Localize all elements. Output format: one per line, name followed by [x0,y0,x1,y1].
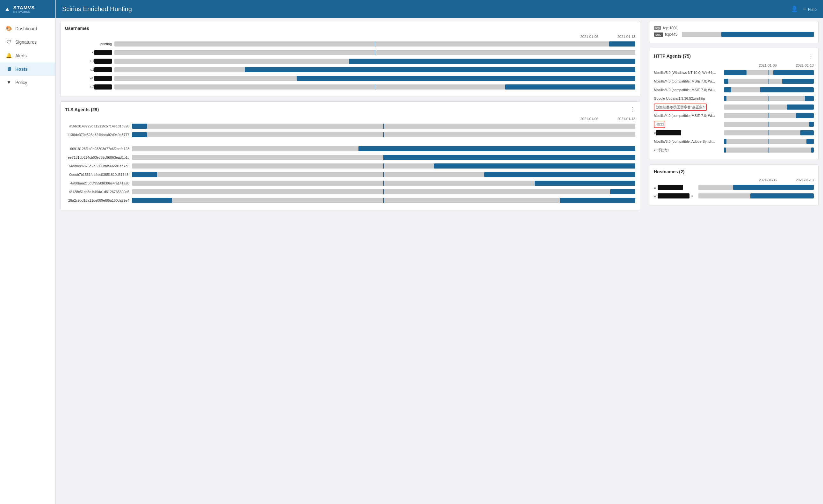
topbar: Scirius Enriched Hunting 👤 ≡ Histo [56,0,823,18]
table-row: Mozilla/3.0 (compatible; Adobe Synch... [654,138,814,145]
http-menu-icon[interactable]: ⋮ [808,52,814,59]
bar-label: w0 [65,76,114,81]
sidebar-item-signatures[interactable]: 🛡 Signatures [0,35,55,49]
main-wrapper: Scirius Enriched Hunting 👤 ≡ Histo Usern… [56,0,823,504]
table-row: ee7181db614cb63ec32c96863ead1b1c [65,154,635,161]
bar-container [132,181,635,186]
bar-label: Mozilla/4.0 (compatible; MSIE 7.0; Wi... [654,88,724,92]
bar-container [724,96,814,101]
table-row: 28a2c9bd18a11de089ef85a160da29e4 [65,197,635,204]
tcp-badge: tcp [654,26,661,30]
table-row: wu [654,192,814,199]
table-row: u1 [65,66,635,73]
sidebar-item-policy[interactable]: ▼ Policy [0,76,55,89]
sidebar-item-alerts[interactable]: 🔔 Alerts [0,49,55,62]
user-icon[interactable]: 👤 [791,5,798,12]
table-row: 4a80baa2c5c3f9550f839be4fa141aa8 [65,180,635,187]
bar-container [132,189,635,194]
usernames-card: Usernames 2021-01-06 2021-01-13 printing [60,21,640,97]
bar-container [132,198,635,203]
table-row: 敦澹硅整萃彷匡瓒辜誊°嘉正条e [654,104,814,111]
http-dates: 2021-01-06 2021-01-13 [654,63,814,67]
bar-label: 66918128f1b9b03303d77c6f2eefd128 [65,147,132,151]
http-card: HTTP Agents (75) ⋮ 2021-01-06 2021-01-13… [649,48,819,160]
table-row: 理□□ [654,121,814,128]
bar-container [698,193,814,198]
left-panel: Usernames 2021-01-06 2021-01-13 printing [56,18,645,504]
sidebar-nav: 🎨 Dashboard 🛡 Signatures 🔔 Alerts 🖥 Host… [0,18,55,93]
logo-icon: ▲ [4,6,10,12]
tcp-snippet-card: tcp tcp:1001 smb tcp:445 [649,21,819,43]
bar-label: 敦澹硅整萃彷匡瓒辜誊°嘉正条e [654,104,724,111]
history-icon[interactable]: ≡ Histo [803,6,817,12]
bar-label: ee7181db614cb63ec32c96863ead1b1c [65,155,132,159]
bar-container [724,113,814,118]
table-row: 0eecb7b1551fba4ec03851810d31743f [65,171,635,178]
bar-container [724,87,814,93]
bar-label: Mozilla/5.0 (Windows NT 10.0; Win64;... [654,71,724,74]
topbar-actions: 👤 ≡ Histo [791,5,817,12]
bar-label: ↵□罸¦汝□ [654,148,724,153]
hostnames-title: Hostnames (2) [654,169,684,174]
table-row: w0 [65,75,635,82]
sidebar-item-dashboard[interactable]: 🎨 Dashboard [0,22,55,35]
http-title: HTTP Agents (75) [654,53,691,59]
table-row: 74ad8ec6876e2e3366bfd566581ca7e8 [65,162,635,169]
bar-container [132,163,635,169]
hostnames-card: Hostnames (2) 2021-01-06 2021-01-13 w [649,164,819,206]
tcp-row: tcp tcp:1001 [654,26,814,30]
table-row: a5fdc0149729da1212fc5714e1d1b928 [65,123,635,130]
policy-icon: ▼ [6,79,12,86]
table-row: printing [65,40,635,47]
highlighted-label-2: 理□□ [654,121,665,128]
table-row [65,140,635,144]
bar-container [724,130,814,135]
bar-container [724,139,814,144]
bar-container [132,146,635,151]
bar-label: Google Update/1.3.36.52;winhttp [654,97,724,100]
table-row: p [654,129,814,136]
bar-container [724,105,814,110]
bell-icon: 🔔 [6,52,12,59]
tls-menu-icon[interactable]: ⋮ [630,106,635,113]
bar-label: 0eecb7b1551fba4ec03851810d31743f [65,173,132,176]
tls-card: TLS Agents (29) ⋮ 2021-01-06 2021-01-13 … [60,101,640,210]
hosts-icon: 🖥 [6,66,12,72]
bar-label: 理□□ [654,121,724,128]
tls-title: TLS Agents (29) [65,107,99,112]
bar-label: u1 [65,67,114,72]
bar-label: Mozilla/4.0 (compatible; MSIE 7.0; Wi... [654,79,724,83]
table-row: f8128c51dc8d1f49da1d6126735300d5 [65,188,635,195]
bar-container [132,155,635,160]
sidebar: ▲ STAMVS NETWORKS 🎨 Dashboard 🛡 Signatur… [0,0,56,504]
bar-label: 28a2c9bd18a11de089ef85a160da29e4 [65,198,132,202]
bar-label: wu [654,193,698,198]
bar-container [682,32,814,37]
usernames-card-header: Usernames [65,26,635,31]
smb-text: tcp:445 [665,32,677,37]
table-row: 1138de370e523e824bbca92d049a3777 [65,131,635,138]
bar-container [114,41,635,46]
logo-text: STAMVS NETWORKS [13,5,35,13]
table-row: Mozilla/4.0 (compatible; MSIE 7.0; Wi... [654,86,814,93]
bar-label: u1 [65,59,114,64]
bar-container [114,59,635,64]
table-row: Mozilla/4.0 (compatible; MSIE 7.0; Wi... [654,112,814,119]
tcp-label: tcp:1001 [663,26,678,30]
usernames-dates: 2021-01-06 2021-01-13 [65,35,635,38]
bar-container [114,85,635,90]
content-area: Usernames 2021-01-06 2021-01-13 printing [56,18,823,504]
table-row: Mozilla/4.0 (compatible; MSIE 7.0; Wi... [654,78,814,85]
smb-row: smb tcp:445 [654,32,814,37]
bar-label: w [654,185,698,190]
sidebar-item-hosts[interactable]: 🖥 Hosts [0,62,55,76]
logo-area: ▲ STAMVS NETWORKS [0,0,55,18]
bar-container [114,50,635,55]
bar-container [724,70,814,75]
right-panel: tcp tcp:1001 smb tcp:445 HTTP Agents (7 [645,18,823,504]
bar-label: p [654,130,724,135]
table-row: u1 [65,58,635,65]
bar-container [724,148,814,153]
bar-container [724,79,814,84]
hostnames-dates: 2021-01-06 2021-01-13 [654,178,814,182]
